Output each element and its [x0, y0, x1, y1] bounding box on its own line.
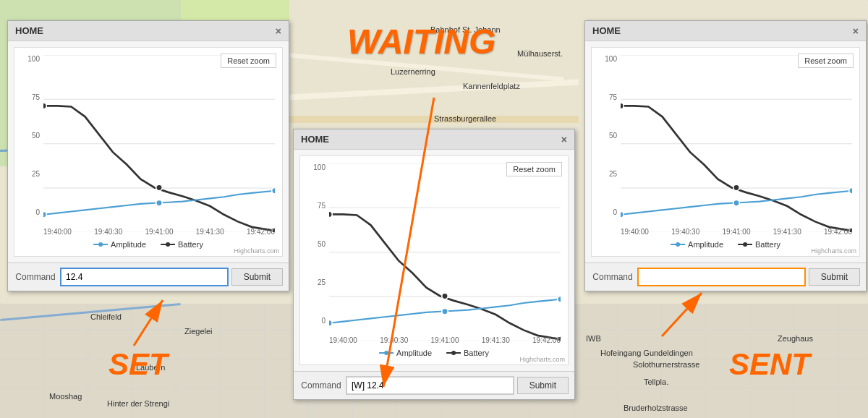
map-label-hinter: Hinter der Strengi [107, 399, 169, 408]
left-battery-label: Battery [178, 240, 203, 249]
svg-point-13 [156, 200, 163, 207]
svg-point-14 [272, 187, 275, 194]
center-panel-close[interactable]: × [561, 135, 567, 145]
right-amplitude-line-icon [671, 241, 685, 248]
center-submit-button[interactable]: Submit [517, 377, 569, 394]
map-label-ziegelei: Ziegelei [184, 327, 213, 336]
left-panel-body: Reset zoom 100 75 50 25 0 [8, 41, 289, 263]
center-amplitude-label: Amplitude [396, 349, 432, 357]
map-label-solothurner: Solothurnerstrasse [633, 360, 699, 369]
map-label-zeughaus: Zeughaus [778, 334, 813, 343]
left-submit-button[interactable]: Submit [231, 268, 283, 286]
right-legend-battery: Battery [738, 240, 780, 249]
center-panel-title: HOME [301, 134, 329, 145]
right-reset-zoom-button[interactable]: Reset zoom [798, 54, 854, 68]
svg-point-27 [329, 320, 332, 327]
left-panel-title: HOME [15, 25, 43, 36]
center-chart-legend: Amplitude Battery [379, 349, 489, 357]
right-chart-legend: Amplitude Battery [671, 240, 780, 249]
svg-point-25 [442, 293, 448, 299]
right-y-axis: 100 75 50 25 0 [595, 55, 617, 216]
center-battery-line-icon [446, 349, 461, 357]
left-chart-area: Reset zoom 100 75 50 25 0 [14, 47, 283, 257]
svg-point-42 [621, 212, 624, 218]
map-label-luzernerring: Luzernerring [391, 67, 435, 76]
center-command-input[interactable] [346, 376, 514, 395]
svg-point-31 [384, 351, 388, 355]
map-label-hofeingang: Hofeingang Gundeldingen [600, 349, 693, 357]
center-amplitude-line-icon [379, 349, 393, 357]
sent-annotation: SENT [729, 347, 810, 382]
svg-point-29 [558, 296, 561, 302]
svg-point-16 [98, 242, 103, 247]
right-panel-header: HOME × [585, 21, 866, 41]
svg-point-18 [166, 242, 170, 247]
center-panel-body: Reset zoom 100 75 50 25 0 [294, 150, 574, 371]
right-highcharts-credit: Highcharts.com [811, 247, 856, 255]
center-y-axis: 100 75 50 25 0 [304, 163, 326, 325]
map-label-mooshag: Mooshag [49, 392, 82, 401]
left-command-input[interactable] [60, 268, 229, 286]
center-chart-svg [329, 163, 561, 341]
svg-point-12 [43, 212, 46, 218]
right-command-bar: Command Submit [585, 263, 866, 291]
svg-point-43 [733, 200, 740, 207]
left-panel-header: HOME × [8, 21, 289, 41]
right-panel-close[interactable]: × [853, 26, 859, 36]
left-legend-amplitude: Amplitude [93, 240, 146, 249]
right-submit-button[interactable]: Submit [809, 268, 860, 286]
right-panel-body: Reset zoom 100 75 50 25 0 [585, 41, 866, 263]
center-highcharts-credit: Highcharts.com [519, 356, 565, 363]
svg-point-40 [733, 184, 740, 191]
center-reset-zoom-button[interactable]: Reset zoom [506, 162, 562, 176]
center-battery-label: Battery [464, 349, 489, 357]
svg-point-39 [621, 103, 624, 109]
right-amplitude-label: Amplitude [688, 240, 723, 249]
center-legend-battery: Battery [446, 349, 489, 357]
left-legend-battery: Battery [161, 240, 203, 249]
center-chart-area: Reset zoom 100 75 50 25 0 [299, 155, 569, 365]
map-label-tellpla: Tellpla. [644, 378, 668, 386]
svg-point-46 [676, 242, 680, 247]
center-panel: HOME × Reset zoom 100 75 50 25 0 [293, 129, 575, 400]
right-panel: HOME × Reset zoom 100 75 50 25 0 [584, 20, 867, 291]
right-battery-line-icon [738, 241, 752, 248]
center-command-label: Command [299, 380, 343, 391]
right-panel-title: HOME [592, 25, 621, 36]
right-command-input[interactable] [637, 268, 806, 286]
map-label-bruderholz: Bruderholzstrasse [624, 404, 688, 412]
left-highcharts-credit: Highcharts.com [234, 247, 279, 255]
waiting-annotation: WAITING [347, 22, 495, 61]
right-legend-amplitude: Amplitude [671, 240, 723, 249]
left-command-bar: Command Submit [8, 263, 289, 291]
set-annotation: SET [109, 347, 168, 382]
map-label-strassburgerallee: Strassburgerallee [434, 114, 496, 123]
left-reset-zoom-button[interactable]: Reset zoom [221, 54, 276, 68]
right-chart-svg [621, 55, 852, 232]
left-panel-close[interactable]: × [276, 26, 281, 36]
left-chart-svg [43, 55, 275, 232]
right-battery-label: Battery [755, 240, 780, 249]
right-chart-area: Reset zoom 100 75 50 25 0 [591, 47, 860, 257]
svg-point-24 [329, 211, 332, 218]
center-panel-header: HOME × [294, 129, 574, 150]
map-label-iwb: IWB [586, 334, 601, 343]
svg-point-33 [451, 351, 456, 355]
map-label-kannenfeldplatz: Kannenfeldplatz [463, 82, 520, 90]
svg-point-10 [156, 184, 163, 191]
left-amplitude-label: Amplitude [111, 240, 146, 249]
left-panel: HOME × Reset zoom 100 75 50 25 0 [7, 20, 289, 291]
left-amplitude-line-icon [93, 241, 108, 248]
svg-point-9 [43, 103, 46, 109]
center-x-axis: 19:40:00 19:40:30 19:41:00 19:41:30 19:4… [329, 336, 561, 344]
left-chart-legend: Amplitude Battery [93, 240, 203, 249]
left-y-axis: 100 75 50 25 0 [18, 55, 40, 216]
left-battery-line-icon [161, 241, 175, 248]
right-command-label: Command [591, 272, 634, 282]
map-label-mulhauserst: Mülhauserst. [517, 49, 563, 58]
map-label-chleifeld: Chleifeld [90, 312, 122, 321]
center-legend-amplitude: Amplitude [379, 349, 432, 357]
svg-point-44 [849, 187, 852, 194]
center-command-bar: Command Submit [294, 371, 574, 399]
svg-point-48 [743, 242, 747, 247]
